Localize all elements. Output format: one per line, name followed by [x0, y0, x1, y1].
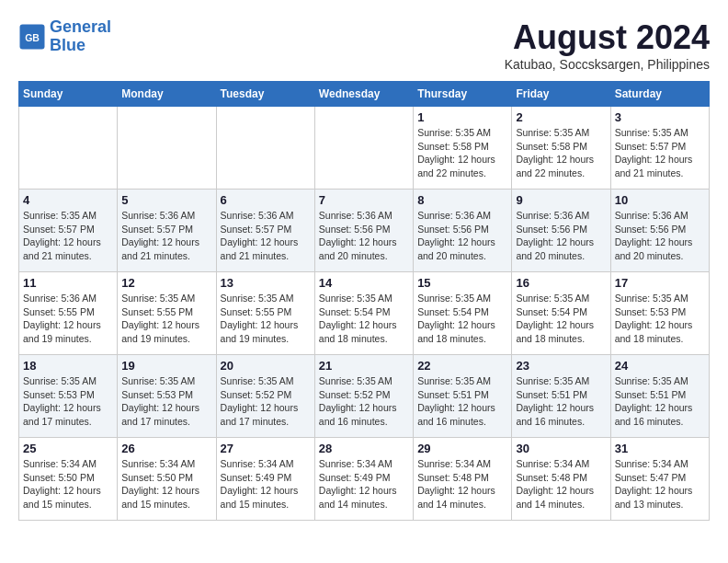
day-info: Sunrise: 5:35 AM Sunset: 5:57 PM Dayligh… — [615, 126, 705, 180]
day-number: 1 — [417, 110, 507, 124]
calendar-cell: 11Sunrise: 5:36 AM Sunset: 5:55 PM Dayli… — [19, 272, 118, 355]
calendar-cell — [19, 107, 118, 190]
calendar-cell: 14Sunrise: 5:35 AM Sunset: 5:54 PM Dayli… — [314, 272, 413, 355]
calendar-title: August 2024 — [505, 18, 710, 57]
logo-text: General Blue — [50, 18, 111, 55]
day-number: 31 — [615, 442, 705, 455]
calendar-week-row: 1Sunrise: 5:35 AM Sunset: 5:58 PM Daylig… — [19, 107, 710, 190]
day-info: Sunrise: 5:36 AM Sunset: 5:56 PM Dayligh… — [417, 209, 507, 263]
day-info: Sunrise: 5:35 AM Sunset: 5:55 PM Dayligh… — [221, 292, 311, 346]
calendar-cell: 31Sunrise: 5:34 AM Sunset: 5:47 PM Dayli… — [610, 438, 709, 521]
day-info: Sunrise: 5:35 AM Sunset: 5:54 PM Dayligh… — [516, 292, 606, 346]
day-info: Sunrise: 5:35 AM Sunset: 5:51 PM Dayligh… — [417, 374, 507, 429]
day-info: Sunrise: 5:35 AM Sunset: 5:52 PM Dayligh… — [319, 374, 409, 429]
day-info: Sunrise: 5:35 AM Sunset: 5:53 PM Dayligh… — [121, 374, 211, 429]
calendar-cell: 13Sunrise: 5:35 AM Sunset: 5:55 PM Dayli… — [216, 272, 314, 355]
day-of-week-header: Wednesday — [314, 82, 413, 107]
day-number: 9 — [516, 193, 606, 207]
day-of-week-header: Thursday — [414, 82, 512, 107]
day-info: Sunrise: 5:35 AM Sunset: 5:55 PM Dayligh… — [121, 292, 211, 346]
calendar-table: SundayMondayTuesdayWednesdayThursdayFrid… — [18, 81, 710, 521]
calendar-cell: 7Sunrise: 5:36 AM Sunset: 5:56 PM Daylig… — [314, 190, 413, 272]
day-number: 10 — [615, 193, 705, 207]
day-number: 13 — [221, 276, 311, 290]
day-of-week-header: Saturday — [610, 82, 709, 107]
day-number: 12 — [121, 276, 211, 290]
logo-icon: GB — [18, 23, 46, 51]
svg-text:GB: GB — [25, 31, 40, 42]
day-info: Sunrise: 5:35 AM Sunset: 5:58 PM Dayligh… — [516, 126, 606, 180]
day-number: 11 — [23, 276, 113, 290]
page-header: GB General Blue August 2024 Katubao, Soc… — [18, 18, 710, 72]
calendar-week-row: 4Sunrise: 5:35 AM Sunset: 5:57 PM Daylig… — [19, 190, 710, 272]
day-number: 3 — [615, 110, 705, 124]
calendar-cell: 22Sunrise: 5:35 AM Sunset: 5:51 PM Dayli… — [414, 355, 512, 438]
calendar-cell — [216, 107, 314, 190]
day-number: 15 — [417, 276, 507, 290]
calendar-cell: 9Sunrise: 5:36 AM Sunset: 5:56 PM Daylig… — [512, 190, 610, 272]
calendar-cell: 10Sunrise: 5:36 AM Sunset: 5:56 PM Dayli… — [610, 190, 709, 272]
calendar-cell: 3Sunrise: 5:35 AM Sunset: 5:57 PM Daylig… — [610, 107, 709, 190]
calendar-cell: 29Sunrise: 5:34 AM Sunset: 5:48 PM Dayli… — [414, 438, 512, 521]
day-number: 29 — [417, 442, 507, 455]
day-number: 26 — [121, 442, 211, 455]
calendar-cell: 4Sunrise: 5:35 AM Sunset: 5:57 PM Daylig… — [19, 190, 118, 272]
calendar-cell: 20Sunrise: 5:35 AM Sunset: 5:52 PM Dayli… — [216, 355, 314, 438]
logo-line2: Blue — [50, 36, 85, 54]
day-info: Sunrise: 5:36 AM Sunset: 5:56 PM Dayligh… — [615, 209, 705, 263]
day-number: 5 — [121, 193, 211, 207]
day-number: 30 — [516, 442, 606, 455]
calendar-week-row: 25Sunrise: 5:34 AM Sunset: 5:50 PM Dayli… — [19, 438, 710, 521]
day-of-week-header: Sunday — [19, 82, 118, 107]
day-info: Sunrise: 5:36 AM Sunset: 5:56 PM Dayligh… — [516, 209, 606, 263]
calendar-cell: 19Sunrise: 5:35 AM Sunset: 5:53 PM Dayli… — [118, 355, 216, 438]
day-number: 22 — [417, 359, 507, 373]
day-info: Sunrise: 5:35 AM Sunset: 5:58 PM Dayligh… — [417, 126, 507, 180]
day-info: Sunrise: 5:35 AM Sunset: 5:53 PM Dayligh… — [23, 374, 113, 429]
day-of-week-header: Tuesday — [216, 82, 314, 107]
day-number: 21 — [319, 359, 409, 373]
day-number: 2 — [516, 110, 606, 124]
day-number: 28 — [319, 442, 409, 455]
day-number: 23 — [516, 359, 606, 373]
calendar-cell — [118, 107, 216, 190]
day-info: Sunrise: 5:35 AM Sunset: 5:51 PM Dayligh… — [615, 374, 705, 429]
day-info: Sunrise: 5:34 AM Sunset: 5:47 PM Dayligh… — [615, 457, 705, 511]
day-info: Sunrise: 5:34 AM Sunset: 5:50 PM Dayligh… — [23, 457, 113, 511]
day-info: Sunrise: 5:34 AM Sunset: 5:50 PM Dayligh… — [121, 457, 211, 511]
day-info: Sunrise: 5:35 AM Sunset: 5:51 PM Dayligh… — [516, 374, 606, 429]
calendar-cell: 5Sunrise: 5:36 AM Sunset: 5:57 PM Daylig… — [118, 190, 216, 272]
calendar-cell: 24Sunrise: 5:35 AM Sunset: 5:51 PM Dayli… — [610, 355, 709, 438]
day-info: Sunrise: 5:36 AM Sunset: 5:56 PM Dayligh… — [319, 209, 409, 263]
day-info: Sunrise: 5:35 AM Sunset: 5:53 PM Dayligh… — [615, 292, 705, 346]
day-info: Sunrise: 5:34 AM Sunset: 5:49 PM Dayligh… — [221, 457, 311, 511]
day-number: 8 — [417, 193, 507, 207]
day-number: 24 — [615, 359, 705, 373]
day-number: 14 — [319, 276, 409, 290]
day-info: Sunrise: 5:34 AM Sunset: 5:48 PM Dayligh… — [516, 457, 606, 511]
calendar-cell: 6Sunrise: 5:36 AM Sunset: 5:57 PM Daylig… — [216, 190, 314, 272]
day-info: Sunrise: 5:36 AM Sunset: 5:55 PM Dayligh… — [23, 292, 113, 346]
day-number: 25 — [23, 442, 113, 455]
day-number: 27 — [221, 442, 311, 455]
calendar-week-row: 18Sunrise: 5:35 AM Sunset: 5:53 PM Dayli… — [19, 355, 710, 438]
calendar-cell: 25Sunrise: 5:34 AM Sunset: 5:50 PM Dayli… — [19, 438, 118, 521]
day-number: 19 — [121, 359, 211, 373]
day-info: Sunrise: 5:35 AM Sunset: 5:57 PM Dayligh… — [23, 209, 113, 263]
day-number: 4 — [23, 193, 113, 207]
day-number: 16 — [516, 276, 606, 290]
day-number: 20 — [221, 359, 311, 373]
day-info: Sunrise: 5:36 AM Sunset: 5:57 PM Dayligh… — [121, 209, 211, 263]
calendar-header-row: SundayMondayTuesdayWednesdayThursdayFrid… — [19, 82, 710, 107]
calendar-cell: 30Sunrise: 5:34 AM Sunset: 5:48 PM Dayli… — [512, 438, 610, 521]
calendar-cell: 16Sunrise: 5:35 AM Sunset: 5:54 PM Dayli… — [512, 272, 610, 355]
calendar-cell: 15Sunrise: 5:35 AM Sunset: 5:54 PM Dayli… — [414, 272, 512, 355]
calendar-cell — [314, 107, 413, 190]
day-info: Sunrise: 5:35 AM Sunset: 5:52 PM Dayligh… — [221, 374, 311, 429]
calendar-cell: 27Sunrise: 5:34 AM Sunset: 5:49 PM Dayli… — [216, 438, 314, 521]
day-info: Sunrise: 5:34 AM Sunset: 5:48 PM Dayligh… — [417, 457, 507, 511]
calendar-cell: 26Sunrise: 5:34 AM Sunset: 5:50 PM Dayli… — [118, 438, 216, 521]
calendar-cell: 23Sunrise: 5:35 AM Sunset: 5:51 PM Dayli… — [512, 355, 610, 438]
calendar-subtitle: Katubao, Soccsksargen, Philippines — [505, 57, 710, 72]
calendar-cell: 1Sunrise: 5:35 AM Sunset: 5:58 PM Daylig… — [414, 107, 512, 190]
